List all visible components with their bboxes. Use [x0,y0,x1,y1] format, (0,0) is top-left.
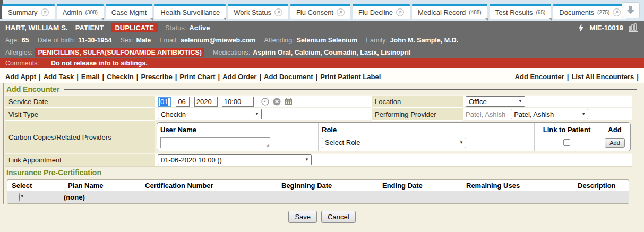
insurance-section: Insurance Pre-Certification SelectPlan N… [3,167,644,204]
patient-type-label: PATIENT [75,24,104,32]
user-name-input[interactable]: ◢ [160,137,270,148]
user-name-header: User Name [160,124,318,135]
action-links-right: Add Encounter|List All Encounters| [515,73,639,81]
save-button[interactable]: Save [288,211,317,223]
lightning-icon[interactable] [578,24,584,32]
external-link-icon [274,8,282,16]
tab-count: (488) [469,10,481,15]
tab-label: Documents [559,8,594,16]
status-value: Active [189,24,210,32]
tab-label: Flu Decline [358,8,393,16]
insurance-table-header-row: SelectPlan NameCertification NumberBegin… [7,180,629,191]
comments-text: Do not release info to siblings. [51,59,148,67]
insurance-column-header: Ending Date [378,182,462,190]
add-provider-button[interactable]: Add [605,138,625,148]
visit-type-select[interactable]: Checkin [158,109,262,119]
dob-label: Date of birth: [38,37,76,44]
action-link[interactable]: Add Encounter [515,73,564,81]
allergy-alert-chip[interactable]: PENICILLINS, SULFA(SULFONAMIDE ANTIBIOTI… [35,48,204,57]
insurance-header: Insurance Pre-Certification [5,167,644,178]
visit-type-value-cell: Checkin [155,108,372,121]
add-column-header: Add [608,124,621,135]
action-link[interactable]: Add Task [44,73,74,81]
external-link-icon [337,8,345,16]
medications-label: Medications: [213,49,250,56]
footer-buttons: Save Cancel [0,211,644,223]
link-separator: | [567,73,569,81]
link-to-patient-checkbox[interactable] [563,139,570,146]
action-link[interactable]: Email [81,73,100,81]
clear-date-icon[interactable] [273,98,281,106]
action-links-row: Add Appt|Add Task|Email|Checkin|Prescrib… [0,68,644,83]
calendar-icon[interactable] [285,98,293,106]
medications-value: Aspirin Oral, Calcium, Coumadin, Lasix, … [253,49,410,56]
resize-grip-icon[interactable]: ◢ [266,143,269,148]
insurance-column-header: Description [573,182,629,190]
allergies-label: Allergies: [5,49,32,56]
duplicate-badge[interactable]: DUPLICATE [111,23,157,32]
performing-provider-label: Performing Provider [372,108,463,121]
chart-tab[interactable]: Test Results (65) [490,4,552,19]
age-value: 65 [22,37,29,44]
header-rule [64,89,637,90]
email-value: selenium@mieweb.com [181,37,255,44]
action-link[interactable]: Add Order [222,73,256,81]
service-time-input[interactable]: 10:00 [222,97,254,107]
service-date-label: Service Date [5,96,155,108]
chart-tab[interactable]: Documents (275) [553,4,626,19]
service-date-month-input[interactable]: 01 [158,97,171,107]
insurance-table-row[interactable]: (none) [7,191,629,203]
link-separator: | [102,73,105,81]
chart-tab[interactable]: Medical Record (488) [412,4,487,19]
tab-scroll-button[interactable] [622,2,640,18]
insurance-column-header: Select [7,182,64,190]
action-link[interactable]: Print Chart [179,73,215,81]
performing-provider-cell: Patel, Ashish Patel, Ashish [463,108,632,121]
allergies-row: Allergies:PENICILLINS, SULFA(SULFONAMIDE… [0,46,644,58]
chart-tab[interactable]: Flu Decline [353,4,410,19]
action-link[interactable]: Add Document [264,73,313,81]
service-date-year-input[interactable]: 2020 [194,97,218,107]
chart-tab[interactable]: Summary [2,4,55,19]
action-link[interactable]: List All Encounters [571,73,634,81]
family-value: John M. Sample, M.D. [390,37,459,44]
comments-bar: Comments: Do not release info to sibling… [0,58,644,68]
link-separator: | [76,73,79,81]
chart-tab[interactable]: Health Surveillance [154,4,226,19]
clock-icon[interactable] [261,98,269,106]
location-select[interactable]: Office [466,96,525,107]
location-label: Location [372,96,463,108]
action-link[interactable]: Checkin [107,73,134,81]
insurance-title: Insurance Pre-Certification [6,168,101,177]
tab-label: Admin [63,8,82,16]
main-content: Add Appt|Add Task|Email|Checkin|Prescrib… [0,68,644,232]
selected-month-text: 01 [160,98,168,106]
chart-tab[interactable]: Admin (308) [57,4,104,19]
chart-tab[interactable]: Work Status [228,4,288,19]
link-separator: | [259,73,261,81]
action-link[interactable]: Print Patient Label [320,73,381,81]
link-separator: | [175,73,177,81]
chart-stats-icon[interactable] [629,23,639,32]
action-links-left: Add Appt|Add Task|Email|Checkin|Prescrib… [5,73,381,81]
link-appointment-select[interactable]: 01-06-2020 10:00 () [158,154,312,165]
chart-tab[interactable]: Case Mgmt [106,4,152,19]
tab-label: Work Status [234,8,271,16]
insurance-column-header: Certification Number [141,182,277,190]
performing-provider-select[interactable]: Patel, Ashish [511,109,588,119]
comments-label: Comments: [5,59,39,67]
service-date-day-input[interactable]: 06 [176,97,190,107]
link-appointment-row: Link Appointment 01-06-2020 10:00 () [5,153,632,166]
sex-label: Sex: [120,37,133,44]
plan-name-cell: (none) [64,193,141,201]
add-encounter-header: Add Encounter [5,83,644,95]
chart-tab[interactable]: Flu Consent [290,4,350,19]
role-select[interactable]: Select Role [322,138,466,148]
link-appointment-cell: 01-06-2020 10:00 () [155,154,372,166]
visit-type-label: Visit Type [5,108,155,121]
plan-radio-button[interactable] [19,193,20,202]
action-link[interactable]: Prescribe [141,73,172,81]
date-separator: - [173,98,175,106]
cancel-button[interactable]: Cancel [321,211,355,223]
action-link[interactable]: Add Appt [5,73,36,81]
